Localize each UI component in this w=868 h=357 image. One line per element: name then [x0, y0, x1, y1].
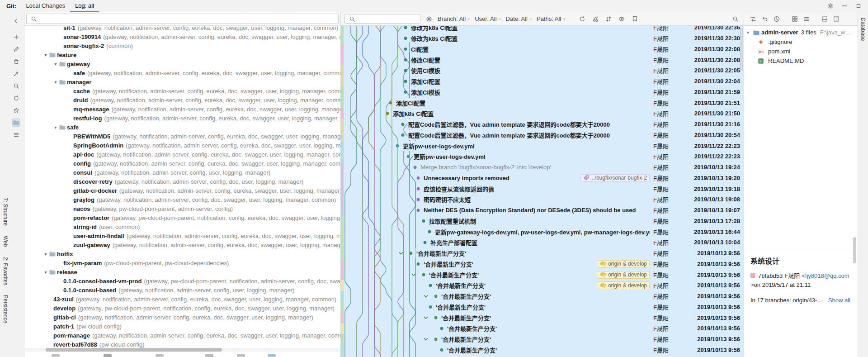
commit-row[interactable]: 添加CI模板F晟阳2019/11/30 21:59: [341, 87, 744, 98]
branch-row[interactable]: zuul-gateway(gateway, notification, admi…: [24, 240, 340, 249]
rollback-icon[interactable]: [760, 14, 769, 24]
changed-files-root[interactable]: ▾admin-server3 filesF:\java_worksp...: [744, 28, 858, 37]
compare-branches-icon[interactable]: [604, 14, 613, 24]
tool-window-button[interactable]: Database: [860, 18, 866, 41]
commit-row[interactable]: 拉取配置重试机制F晟阳2019/10/13 17:28: [341, 216, 744, 227]
log-search-box[interactable]: [344, 14, 420, 24]
branch-folder-row[interactable]: ▾gateway: [24, 59, 340, 68]
branch-row[interactable]: safe(gateway, notification, admin-server…: [24, 68, 340, 77]
filter-paths[interactable]: Paths: All: [537, 15, 566, 22]
commit-row[interactable]: 使用CI模板F晟阳2019/11/30 22:05: [341, 65, 744, 76]
branch-row[interactable]: api-doc(gateway, notification, admin-ser…: [24, 150, 340, 159]
branch-row[interactable]: gitlab-ci-docker(gateway, notification, …: [24, 186, 340, 195]
commit-row[interactable]: 更新pw-user-logs-dev.ymlF晟阳2019/11/22 22:2…: [341, 151, 744, 162]
branch-row[interactable]: 0.1.0-consul-based(gateway, notification…: [24, 286, 340, 295]
commit-row[interactable]: '合并最新生产分支'F晟阳2019/10/13 9:56: [341, 291, 744, 302]
branch-row[interactable]: revert-baf67d88(pw-cloud-config): [24, 340, 340, 349]
branch-folder-row[interactable]: ▾manager: [24, 77, 340, 86]
branch-row[interactable]: nacos(gateway, pw-cloud-pom-parent, admi…: [24, 204, 340, 213]
favorites-icon[interactable]: [12, 106, 20, 114]
branch-search-box[interactable]: [26, 14, 339, 24]
ref-label[interactable]: origin & develop: [597, 281, 650, 289]
scrollbar-thumb[interactable]: [46, 348, 222, 352]
navigate-icon[interactable]: [749, 14, 758, 24]
commit-row[interactable]: Unnecessary imports removed.../bugfix/so…: [341, 173, 744, 184]
branch-folder-row[interactable]: ▾release: [24, 267, 340, 276]
commit-row[interactable]: 应该检查从流读取返回的值F晟阳2019/10/13 19:18: [341, 183, 744, 194]
ref-label[interactable]: origin & develop: [597, 260, 650, 268]
ref-label[interactable]: origin & develop: [597, 271, 650, 279]
find-commit-icon[interactable]: [731, 14, 740, 24]
list-view-icon[interactable]: [12, 131, 20, 139]
branch-row[interactable]: string-id(user, common): [24, 222, 340, 231]
branch-row[interactable]: restful-log(gateway, notification, admin…: [24, 114, 340, 123]
commit-row[interactable]: '合并最新生产分支'origin & developF晟阳2019/10/13 …: [341, 280, 744, 291]
chevron-down-icon[interactable]: ▾: [52, 62, 59, 67]
commit-row[interactable]: 修改CI配置F晟阳2019/11/30 22:08: [341, 54, 744, 65]
log-scrollbar-thumb[interactable]: [740, 28, 743, 71]
preview-layout-icon[interactable]: [820, 14, 829, 24]
chevron-down-icon[interactable]: ▾: [42, 270, 49, 275]
branch-row[interactable]: config(gateway, notification, admin-serv…: [24, 159, 340, 168]
branch-search-input[interactable]: [41, 15, 335, 23]
show-details-eye-icon[interactable]: [617, 14, 626, 24]
branch-row[interactable]: SpringBootAdmin(gateway, notification, a…: [24, 141, 340, 150]
horizontal-scrollbar[interactable]: [25, 348, 340, 352]
branch-row[interactable]: develop(gateway, pw-cloud-pom-parent, no…: [24, 304, 340, 313]
commit-row[interactable]: '合并最新生产分支'F晟阳2019/10/13 9:56: [341, 323, 744, 334]
chevron-down-icon[interactable]: ▾: [52, 125, 59, 130]
branch-row[interactable]: graylog(gateway, notification, admin-ser…: [24, 195, 340, 204]
delete-icon[interactable]: [12, 57, 20, 66]
changed-file-row[interactable]: README.MD: [744, 56, 858, 66]
refresh-log-icon[interactable]: [578, 14, 587, 24]
branch-folder-row[interactable]: ▾hotfix: [24, 249, 340, 258]
chevron-down-icon[interactable]: ▾: [42, 252, 49, 257]
commit-row[interactable]: '合并最新生产分支'F晟阳2019/10/13 9:56: [341, 355, 744, 357]
filter-branch[interactable]: Branch: All: [438, 15, 471, 22]
commit-row[interactable]: 更新pw-gateway-logs-dev.yml, pw-user-logs-…: [341, 226, 744, 237]
branch-row[interactable]: sit-1(gateway, notification, admin-serve…: [24, 26, 340, 32]
restore-icon[interactable]: [854, 2, 863, 10]
commit-row[interactable]: '合并最新生产分支'F晟阳2019/10/13 9:56: [341, 345, 744, 356]
tab-log-all[interactable]: Log: all: [70, 0, 99, 12]
ref-label[interactable]: .../bugfix/sonar-bugfix-2: [580, 174, 650, 182]
branch-row[interactable]: 0.1.0-consol-based-vm-prod(gateway, pw-c…: [24, 276, 340, 286]
branch-row[interactable]: patch-1(pw-cloud-config): [24, 322, 340, 331]
log-search-input[interactable]: [359, 15, 417, 23]
settings-gear-icon[interactable]: [826, 2, 835, 10]
tool-window-button[interactable]: 7: Structure: [2, 198, 9, 226]
chevron-down-icon[interactable]: ▾: [42, 52, 49, 57]
commit-row[interactable]: 配置Code后置过滤器，Vue admin template 要求返回的code…: [341, 119, 744, 130]
editor-layout-icon[interactable]: [832, 14, 841, 24]
commit-row[interactable]: 补充生产部署配置F晟阳2019/10/13 10:04: [341, 237, 744, 248]
branch-row[interactable]: sonar-190914(gateway, notification, admi…: [24, 32, 340, 41]
branch-folder-row[interactable]: ▾feature: [24, 50, 340, 59]
branch-row[interactable]: PBEWithMD5(gateway, notification, admin-…: [24, 132, 340, 141]
commit-row[interactable]: '合并最新生产分支'origin & developF晟阳2019/10/13 …: [341, 259, 744, 270]
branch-row[interactable]: consul(gateway, notification, admin-serv…: [24, 168, 340, 177]
commit-row[interactable]: 添加CI配置F晟阳2019/11/30 22:04: [341, 76, 744, 87]
branch-row[interactable]: fix-jvm-param(pw-cloud-pom-parent, pw-cl…: [24, 258, 340, 267]
filter-user[interactable]: User: All: [475, 15, 501, 22]
group-by-directory-icon[interactable]: [12, 119, 20, 127]
filter-date[interactable]: Date: All: [506, 15, 533, 22]
tool-window-button[interactable]: 2: Favorites: [2, 257, 9, 286]
branch-row[interactable]: gitlab-ci(gateway, notification, admin-s…: [24, 313, 340, 322]
bookmark-icon[interactable]: [630, 14, 639, 24]
group-by-icon[interactable]: [790, 14, 799, 24]
branch-row[interactable]: 43-zuul(gateway, notification, admin-ser…: [24, 295, 340, 304]
branch-row[interactable]: sonar-bugfix-2(common): [24, 41, 340, 50]
back-icon[interactable]: [12, 17, 20, 25]
commit-row[interactable]: '合并最新生产分支'F晟阳2019/10/13 9:56: [341, 334, 744, 345]
commit-row[interactable]: '合并最新生产分支'F晟阳2019/10/13 9:56: [341, 312, 744, 323]
history-icon[interactable]: [772, 14, 781, 24]
tool-window-button[interactable]: Web: [2, 236, 9, 247]
commit-row[interactable]: Neither DES (Data Encryption Standard) n…: [341, 205, 744, 216]
cherry-pick-icon[interactable]: [591, 14, 600, 24]
hide-icon[interactable]: [840, 2, 849, 10]
branch-row[interactable]: cache(gateway, notification, admin-serve…: [24, 86, 340, 95]
commit-row[interactable]: 密码密钥不应太短F晟阳2019/10/13 19:08: [341, 194, 744, 205]
details-scrollbar-thumb[interactable]: [853, 237, 856, 263]
commit-row[interactable]: Merge branch 'bugfix/sonar-bugfix-2' int…: [341, 162, 744, 173]
commit-row[interactable]: 更新pw-user-logs-dev.ymlF晟阳2019/11/22 22:2…: [341, 140, 744, 151]
